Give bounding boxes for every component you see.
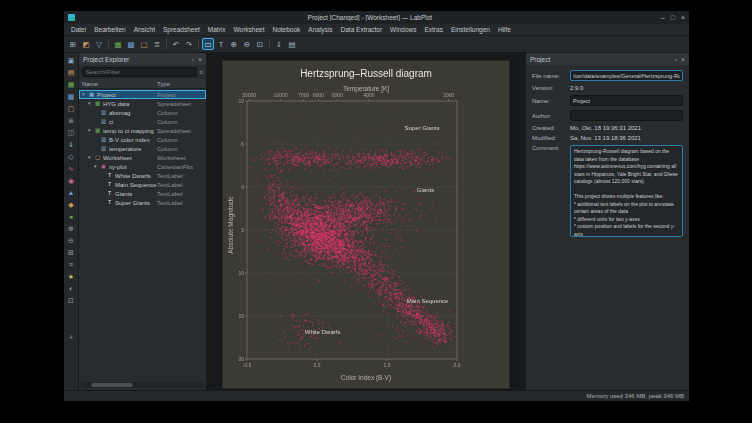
close-button[interactable]: × bbox=[681, 14, 685, 21]
new-notebook-icon[interactable]: ≣ bbox=[66, 115, 77, 126]
new-plot-icon[interactable]: ◉ bbox=[66, 175, 77, 186]
close-panel-icon[interactable]: × bbox=[681, 56, 685, 63]
comment-textarea[interactable]: Hertzsprung-Russell diagram based on the… bbox=[570, 145, 683, 237]
new-folder-icon[interactable]: ▣ bbox=[66, 55, 77, 66]
new-bar-plot-icon[interactable]: ◆ bbox=[66, 199, 77, 210]
tree-row-ci[interactable]: ▥ciColumn bbox=[79, 117, 206, 126]
file-name-input[interactable] bbox=[570, 70, 683, 81]
name-input[interactable] bbox=[570, 95, 683, 106]
select-mode-icon[interactable]: ▭ bbox=[202, 38, 214, 50]
new-box-plot-icon[interactable]: ● bbox=[66, 211, 77, 222]
tree-row-project[interactable]: ▾▣ProjectProject bbox=[79, 90, 206, 99]
tree-row-hyg-data[interactable]: ▾▦HYG dataSpreadsheet bbox=[79, 99, 206, 108]
tree-row-xy-plot[interactable]: ▾◉xy-plotCartesianPlot bbox=[79, 162, 206, 171]
new-histogram-icon[interactable]: ▲ bbox=[66, 187, 77, 198]
tree-horizontal-scrollbar[interactable] bbox=[81, 382, 204, 388]
save-project-icon[interactable]: ▽ bbox=[93, 38, 105, 50]
tree-row-temp-to-ci-mapping[interactable]: ▾▦temp to ci mappingSpreadsheet bbox=[79, 126, 206, 135]
theme-tool-icon[interactable]: ◐ bbox=[66, 283, 77, 294]
zoom-out-icon[interactable]: ⊖ bbox=[241, 38, 253, 50]
export-tool-icon[interactable]: ⊡ bbox=[66, 295, 77, 306]
window-title: Project [Changed] - [Worksheet] — LabPlo… bbox=[79, 14, 661, 21]
zoom-fit-icon[interactable]: ⊡ bbox=[254, 38, 266, 50]
properties-tool-icon[interactable]: ≡ bbox=[66, 259, 77, 270]
new-project-icon[interactable]: ⊞ bbox=[67, 38, 79, 50]
column-header-name: Name bbox=[82, 81, 157, 87]
redo-icon[interactable]: ↷ bbox=[183, 38, 195, 50]
project-explorer-header[interactable]: Project Explorer ▫ × bbox=[79, 53, 206, 65]
minimize-button[interactable]: – bbox=[661, 14, 665, 21]
export-icon[interactable]: ⇓ bbox=[273, 38, 285, 50]
menu-bearbeiten[interactable]: Bearbeiten bbox=[90, 26, 129, 33]
hr-scatter-plot[interactable] bbox=[223, 61, 509, 388]
menu-hilfe[interactable]: Hilfe bbox=[494, 26, 515, 33]
menu-spreadsheet[interactable]: Spreadsheet bbox=[159, 26, 204, 33]
menu-einstellungen[interactable]: Einstellungen bbox=[447, 26, 494, 33]
tree-item-type: Spreadsheet bbox=[157, 101, 203, 107]
memory-usage: Memory used 346 MB, peak 346 MB bbox=[587, 393, 684, 399]
menu-matrix[interactable]: Matrix bbox=[204, 26, 230, 33]
tree-row-worksheet[interactable]: ▾▢WorksheetWorksheet bbox=[79, 153, 206, 162]
field-author: Author: bbox=[532, 110, 683, 121]
print-icon[interactable]: ▤ bbox=[286, 38, 298, 50]
tree-row-super-giants[interactable]: TSuper GiantsTextLabel bbox=[79, 198, 206, 207]
tree-row-main-sequence[interactable]: TMain SequenceTextLabel bbox=[79, 180, 206, 189]
new-spreadsheet-icon[interactable]: ▦ bbox=[112, 38, 124, 50]
tree-row-absmag[interactable]: ▥absmagColumn bbox=[79, 108, 206, 117]
float-panel-icon[interactable]: ▫ bbox=[674, 56, 676, 63]
import-sql-icon[interactable]: ◇ bbox=[66, 151, 77, 162]
author-input[interactable] bbox=[570, 110, 683, 121]
close-panel-icon[interactable]: × bbox=[198, 56, 202, 63]
menu-data-extractor[interactable]: Data Extractor bbox=[337, 26, 387, 33]
import-file-icon[interactable]: ⇓ bbox=[66, 139, 77, 150]
new-matrix-icon[interactable]: ▩ bbox=[125, 38, 137, 50]
tree-row-temperature[interactable]: ▥temperatureColumn bbox=[79, 144, 206, 153]
menu-extras[interactable]: Extras bbox=[420, 26, 446, 33]
new-notebook-icon[interactable]: ≣ bbox=[151, 38, 163, 50]
zoom-in-icon[interactable]: ⊕ bbox=[228, 38, 240, 50]
new-worksheet-icon[interactable]: ▢ bbox=[66, 103, 77, 114]
menu-datei[interactable]: Datei bbox=[67, 26, 90, 33]
menu-ansicht[interactable]: Ansicht bbox=[130, 26, 159, 33]
tree-row-giants[interactable]: TGiantsTextLabel bbox=[79, 189, 206, 198]
new-matrix-icon[interactable]: ▩ bbox=[66, 91, 77, 102]
tree-item-type: Column bbox=[157, 146, 203, 152]
open-project-icon[interactable]: ◩ bbox=[80, 38, 92, 50]
favorites-icon[interactable]: ★ bbox=[66, 271, 77, 282]
tree-column-headers[interactable]: Name Type bbox=[79, 79, 206, 89]
tree-item-type: TextLabel bbox=[157, 200, 203, 206]
plot-title[interactable]: Hertzsprung–Russell diagram bbox=[223, 68, 509, 79]
top-axis-label[interactable]: Temperature [K] bbox=[223, 85, 509, 92]
new-spreadsheet-icon[interactable]: ▦ bbox=[66, 79, 77, 90]
new-datapicker-icon[interactable]: ◫ bbox=[66, 127, 77, 138]
new-workbook-icon[interactable]: ▤ bbox=[66, 67, 77, 78]
menu-worksheet[interactable]: Worksheet bbox=[230, 26, 269, 33]
add-layout-icon[interactable]: ⊞ bbox=[66, 247, 77, 258]
y-axis-label[interactable]: Absolute Magnitude bbox=[227, 196, 234, 253]
new-xy-curve-icon[interactable]: ∿ bbox=[66, 163, 77, 174]
new-worksheet-icon[interactable]: ▢ bbox=[138, 38, 150, 50]
tree-item-type: CartesianPlot bbox=[157, 164, 203, 170]
scrollbar-thumb[interactable] bbox=[91, 383, 133, 387]
tree-item-name: Worksheet bbox=[103, 155, 157, 161]
zoom-out-tool-icon[interactable]: ⊖ bbox=[66, 235, 77, 246]
field-label-name: Name: bbox=[532, 98, 570, 104]
x-axis-label[interactable]: Color Index (B-V) bbox=[223, 374, 509, 381]
menu-notebook[interactable]: Notebook bbox=[269, 26, 305, 33]
worksheet-page[interactable]: Hertzsprung–Russell diagram Temperature … bbox=[223, 61, 509, 388]
tree-row-b-v-color-index[interactable]: ▥B-V color indexColumn bbox=[79, 135, 206, 144]
pan-tool-icon[interactable]: + bbox=[66, 332, 77, 343]
float-panel-icon[interactable]: ▫ bbox=[191, 56, 193, 63]
title-bar[interactable]: Project [Changed] - [Worksheet] — LabPlo… bbox=[64, 11, 689, 24]
undo-icon[interactable]: ↶ bbox=[170, 38, 182, 50]
properties-header[interactable]: Project ▫ × bbox=[526, 53, 689, 65]
filter-options-icon[interactable]: ≡ bbox=[199, 69, 203, 76]
menu-analysis[interactable]: Analysis bbox=[304, 26, 336, 33]
menu-windows[interactable]: Windows bbox=[386, 26, 420, 33]
tree-row-white-dwarfs[interactable]: TWhite DwarfsTextLabel bbox=[79, 171, 206, 180]
zoom-in-tool-icon[interactable]: ⊕ bbox=[66, 223, 77, 234]
text-label-mode-icon[interactable]: T bbox=[215, 38, 227, 50]
worksheet-view[interactable]: Hertzsprung–Russell diagram Temperature … bbox=[207, 53, 525, 390]
maximize-button[interactable]: □ bbox=[671, 14, 675, 21]
search-filter-input[interactable] bbox=[82, 67, 197, 77]
